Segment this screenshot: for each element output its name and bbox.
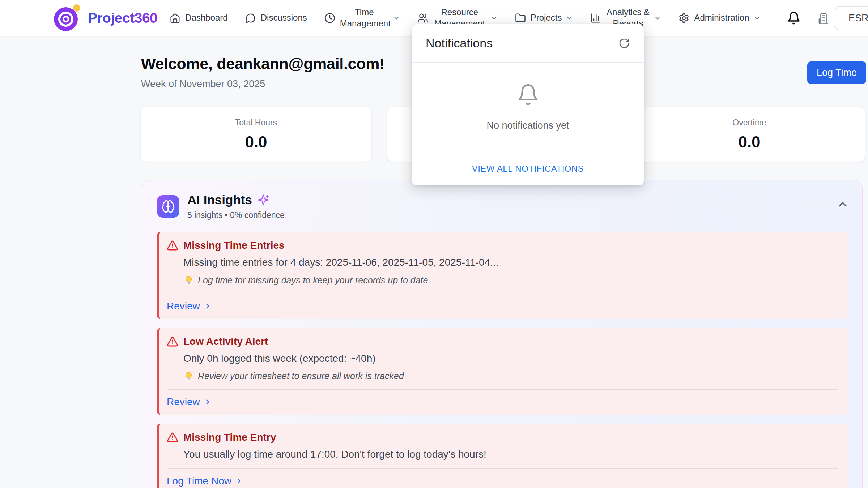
folder-icon xyxy=(515,13,526,23)
collapse-button[interactable] xyxy=(836,198,849,211)
stat-value: 0.0 xyxy=(738,133,760,151)
log-time-now-link[interactable]: Log Time Now xyxy=(167,475,243,487)
nav-item-discussions[interactable]: Discussions xyxy=(245,12,307,23)
bell-icon xyxy=(787,11,801,25)
insight-divider xyxy=(167,389,838,390)
week-subtitle: Week of November 03, 2025 xyxy=(141,78,384,90)
brand-logo-icon xyxy=(52,4,81,33)
org-selector-button[interactable]: ESRI Te xyxy=(835,6,868,30)
insight-card-missing-time-entry: Missing Time Entry You usually log time … xyxy=(157,424,848,488)
insight-divider xyxy=(167,468,838,469)
view-all-notifications-link[interactable]: VIEW ALL NOTIFICATIONS xyxy=(472,164,584,174)
brand[interactable]: Project360 xyxy=(52,4,157,33)
notifications-empty-state: No notifications yet xyxy=(412,63,644,152)
insight-title: Low Activity Alert xyxy=(183,336,268,347)
insight-tip: Review your timesheet to ensure all work… xyxy=(198,371,404,381)
chevron-down-icon xyxy=(393,14,400,22)
nav-item-dashboard[interactable]: Dashboard xyxy=(170,12,227,23)
review-link[interactable]: Review xyxy=(167,396,212,408)
chevron-down-icon xyxy=(753,14,761,22)
chat-icon xyxy=(245,13,256,23)
nav-item-label: Dashboard xyxy=(185,12,227,23)
notification-bell-button[interactable] xyxy=(787,11,801,25)
notifications-panel: Notifications No notifications yet VIEW … xyxy=(412,24,644,185)
notifications-title: Notifications xyxy=(426,36,493,50)
empty-bell-icon xyxy=(516,83,540,106)
brain-icon xyxy=(157,195,179,218)
warning-icon xyxy=(167,432,178,443)
bar-chart-icon xyxy=(590,13,601,23)
page-title: Welcome, deankann@gmail.com! xyxy=(141,55,384,73)
nav-item-label: Projects xyxy=(531,12,562,23)
stat-value: 0.0 xyxy=(245,133,267,151)
insight-title: Missing Time Entries xyxy=(183,240,285,251)
lightbulb-icon xyxy=(184,372,193,381)
review-link[interactable]: Review xyxy=(167,300,212,312)
ai-insights-title: AI Insights xyxy=(187,193,252,207)
lightbulb-icon xyxy=(184,275,193,285)
nav-item-label: Administration xyxy=(694,12,749,23)
stat-label: Overtime xyxy=(732,118,766,128)
insight-body: Missing time entries for 4 days: 2025-11… xyxy=(183,256,838,269)
log-time-button[interactable]: Log Time xyxy=(807,61,866,84)
ai-insights-header: AI Insights 5 insights • 0% confidence xyxy=(157,193,848,220)
insight-body: Only 0h logged this week (expected: ~40h… xyxy=(183,352,838,365)
log-time-now-label: Log Time Now xyxy=(167,475,231,487)
brand-name: Project360 xyxy=(88,10,157,26)
review-link-label: Review xyxy=(167,396,200,408)
stat-card-total-hours: Total Hours 0.0 xyxy=(140,107,372,162)
organization-icon xyxy=(817,12,830,25)
sparkles-icon xyxy=(258,194,269,206)
insight-divider xyxy=(167,294,838,294)
insight-title: Missing Time Entry xyxy=(183,432,276,443)
nav-item-time-management[interactable]: Time Management xyxy=(324,7,400,29)
notifications-empty-text: No notifications yet xyxy=(486,120,569,131)
chevron-down-icon xyxy=(654,14,661,22)
notifications-footer: VIEW ALL NOTIFICATIONS xyxy=(412,152,644,185)
chevron-right-icon xyxy=(235,477,243,485)
refresh-button[interactable] xyxy=(618,38,630,49)
chevron-up-icon xyxy=(836,198,849,211)
page-header: Welcome, deankann@gmail.com! Week of Nov… xyxy=(141,55,384,90)
stat-card-overtime: Overtime 0.0 xyxy=(634,107,865,162)
ai-insights-subtitle: 5 insights • 0% confidence xyxy=(187,210,285,220)
stat-label: Total Hours xyxy=(235,118,277,128)
refresh-icon xyxy=(618,38,630,49)
nav-item-projects[interactable]: Projects xyxy=(515,12,573,23)
gear-icon xyxy=(678,13,689,23)
warning-icon xyxy=(167,240,178,251)
users-icon xyxy=(417,13,428,23)
notifications-header: Notifications xyxy=(412,24,644,63)
chevron-down-icon xyxy=(490,14,498,22)
insight-card-missing-time-entries: Missing Time Entries Missing time entrie… xyxy=(157,232,848,319)
chevron-right-icon xyxy=(204,398,212,406)
ai-insights-panel: AI Insights 5 insights • 0% confidence xyxy=(142,180,863,488)
chevron-down-icon xyxy=(566,14,573,22)
ai-insights-titles: AI Insights 5 insights • 0% confidence xyxy=(187,193,285,220)
chevron-right-icon xyxy=(204,302,212,310)
insight-body: You usually log time around 17:00. Don't… xyxy=(183,448,838,461)
insight-card-low-activity: Low Activity Alert Only 0h logged this w… xyxy=(157,328,848,415)
nav-item-administration[interactable]: Administration xyxy=(678,12,760,23)
nav-item-label: Discussions xyxy=(261,12,307,23)
home-icon xyxy=(170,13,180,23)
nav-item-label: Time Management xyxy=(340,7,389,29)
review-link-label: Review xyxy=(167,300,200,312)
insight-tip: Log time for missing days to keep your r… xyxy=(198,275,428,286)
warning-icon xyxy=(167,336,178,347)
clock-icon xyxy=(324,13,335,23)
